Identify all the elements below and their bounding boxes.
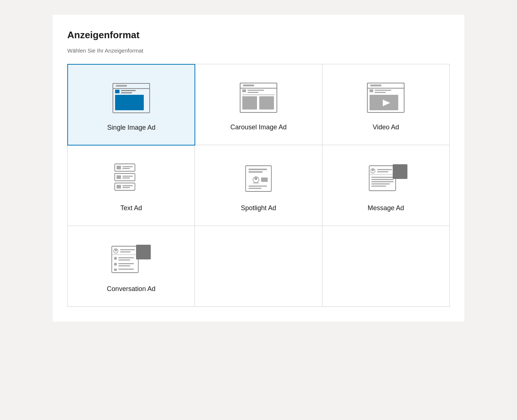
spotlight-icon [235,160,282,197]
svg-rect-42 [249,186,267,187]
single-image-icon [107,80,155,116]
conversation-ad-label: Conversation Ad [107,285,156,293]
ad-format-grid: Single Image Ad [67,64,450,307]
svg-rect-3 [115,90,120,93]
carousel-image-icon [235,79,282,116]
empty-cell-1 [195,226,322,307]
svg-rect-51 [371,179,393,180]
svg-rect-31 [122,177,130,179]
svg-rect-37 [249,169,267,170]
svg-rect-52 [371,181,393,182]
svg-rect-34 [122,185,133,186]
svg-rect-10 [242,89,246,92]
svg-rect-6 [115,95,144,110]
svg-rect-55 [393,164,407,179]
svg-rect-43 [249,188,261,189]
svg-point-40 [254,177,257,180]
svg-rect-47 [377,169,392,170]
svg-rect-33 [117,185,121,189]
svg-rect-12 [247,92,258,93]
svg-rect-67 [118,265,130,266]
svg-rect-30 [122,176,133,177]
svg-rect-54 [371,186,386,187]
svg-rect-50 [371,177,393,178]
page-title: Anzeigenformat [67,29,450,41]
svg-rect-70 [136,245,151,259]
text-ad-icon [107,160,155,197]
ad-format-conversation[interactable]: Conversation Ad [68,226,195,307]
svg-rect-66 [118,263,134,264]
svg-rect-21 [375,92,386,93]
spotlight-ad-label: Spotlight Ad [241,204,276,212]
svg-rect-29 [117,175,121,179]
svg-rect-41 [261,177,268,182]
empty-cell-2 [322,226,450,307]
ad-format-message[interactable]: Message Ad [322,145,450,226]
text-ad-label: Text Ad [120,204,142,212]
svg-rect-26 [122,166,133,167]
svg-rect-5 [121,92,132,93]
message-ad-label: Message Ad [368,204,404,212]
message-ad-icon [362,160,410,197]
ad-format-carousel-image[interactable]: Carousel Image Ad [195,64,322,145]
svg-rect-59 [120,249,135,250]
svg-rect-64 [118,259,130,261]
svg-rect-15 [259,96,274,110]
conversation-ad-icon [107,241,155,278]
ad-format-text[interactable]: Text Ad [68,145,195,226]
svg-rect-14 [242,96,257,110]
svg-rect-20 [375,90,391,91]
svg-rect-27 [122,168,130,169]
carousel-image-ad-label: Carousel Image Ad [230,123,286,131]
svg-rect-38 [249,171,263,173]
svg-rect-68 [114,269,117,271]
svg-rect-9 [243,85,254,86]
svg-rect-2 [116,85,127,87]
page-container: Anzeigenformat Wählen Sie Ihr Anzeigenfo… [53,15,464,322]
svg-rect-25 [117,166,121,169]
svg-rect-19 [370,89,373,92]
svg-point-46 [372,169,374,171]
video-ad-label: Video Ad [372,123,399,131]
ad-format-spotlight[interactable]: Spotlight Ad [195,145,322,226]
page-subtitle: Wählen Sie Ihr Anzeigenformat [67,47,450,54]
svg-rect-35 [122,187,130,188]
svg-rect-69 [118,269,134,270]
ad-format-video[interactable]: Video Ad [322,64,450,145]
svg-rect-65 [114,263,117,266]
svg-rect-4 [121,90,136,91]
video-icon [362,79,410,116]
svg-rect-60 [120,251,131,252]
svg-rect-53 [371,183,390,184]
svg-rect-11 [247,90,264,91]
svg-point-58 [115,249,117,251]
svg-rect-62 [114,257,117,260]
svg-rect-63 [118,257,134,258]
svg-rect-18 [370,85,381,86]
svg-rect-48 [377,171,388,172]
single-image-ad-label: Single Image Ad [107,124,156,132]
ad-format-single-image[interactable]: Single Image Ad [67,64,195,146]
